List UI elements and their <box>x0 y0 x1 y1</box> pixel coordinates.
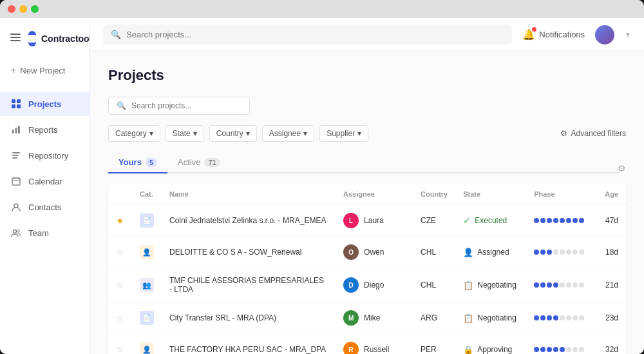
chevron-icon: ▾ <box>357 129 361 138</box>
filter-supplier[interactable]: Supplier ▾ <box>319 125 368 142</box>
assignee-wrapper: R Russell <box>343 342 405 354</box>
svg-rect-9 <box>12 157 17 159</box>
phase-dot <box>566 250 571 255</box>
filter-category[interactable]: Category ▾ <box>108 125 160 142</box>
phase-dot <box>566 218 571 223</box>
settings-icon: ⚙ <box>618 163 626 173</box>
star-cell[interactable]: ☆ <box>108 268 132 302</box>
sidebar-label-repository: Repository <box>28 151 68 161</box>
content-search-input[interactable] <box>131 101 242 110</box>
sidebar-item-team[interactable]: Team <box>0 221 90 245</box>
phase-dot <box>553 347 558 352</box>
state-cell: 📋Negotiating <box>463 280 518 290</box>
country-code: PER <box>421 345 437 354</box>
advanced-filters-button[interactable]: ⚙ Advanced filters <box>560 129 626 138</box>
assignee-wrapper: D Diego <box>343 277 405 293</box>
table-row[interactable]: ☆ 👤 DELOITTE & CO S A - SOW_Renewal O Ow… <box>108 237 626 268</box>
filter-assignee[interactable]: Assignee ▾ <box>262 125 314 142</box>
phase-dots <box>534 315 589 320</box>
phase-dot <box>579 347 584 352</box>
country-code: CZE <box>421 216 436 225</box>
filter-country[interactable]: Country ▾ <box>209 125 257 142</box>
age-cell: 23d <box>597 302 626 334</box>
assigned-icon: 👤 <box>463 248 473 257</box>
notifications-button[interactable]: 🔔 Notifications <box>522 28 585 41</box>
phase-dot <box>573 218 578 223</box>
assignee-wrapper: M Mike <box>343 310 405 326</box>
content-search[interactable]: 🔍 <box>108 97 250 115</box>
star-cell[interactable]: ☆ <box>108 237 132 268</box>
plus-icon: + <box>10 64 16 76</box>
maximize-button[interactable] <box>31 5 39 13</box>
star-icon[interactable]: ★ <box>116 215 124 226</box>
sidebar-item-projects[interactable]: Projects <box>0 92 90 116</box>
assignee-wrapper: O Owen <box>343 244 405 260</box>
svg-point-15 <box>14 230 17 233</box>
star-cell[interactable]: ★ <box>108 205 132 237</box>
age-value: 23d <box>605 313 618 322</box>
project-name: Colni Jednatelstvi Zelinka s.r.o. - MRA_… <box>169 216 326 225</box>
svg-rect-1 <box>17 99 21 103</box>
sidebar-item-contacts[interactable]: Contacts <box>0 195 90 219</box>
tab-yours-label: Yours <box>118 157 142 167</box>
th-assignee: Assignee <box>336 184 413 205</box>
table-settings-button[interactable]: ⚙ <box>618 163 626 173</box>
search-input[interactable] <box>126 30 504 39</box>
sidebar-item-calendar[interactable]: Calendar <box>0 169 90 193</box>
star-cell[interactable]: ☆ <box>108 302 132 334</box>
star-icon[interactable]: ☆ <box>116 280 124 290</box>
sidebar-item-repository[interactable]: Repository <box>0 143 90 168</box>
team-icon <box>10 227 22 239</box>
new-project-button[interactable]: + New Project <box>0 59 90 81</box>
star-icon[interactable]: ☆ <box>116 313 124 323</box>
cat-icon-group: 👥 <box>140 278 154 292</box>
phase-dot <box>553 282 558 288</box>
phase-dot <box>560 282 565 288</box>
sidebar-label-reports: Reports <box>28 125 58 135</box>
sidebar-item-reports[interactable]: Reports <box>0 117 90 142</box>
hamburger-menu[interactable] <box>10 34 21 41</box>
cat-icon-doc: 📄 <box>140 311 154 325</box>
svg-rect-3 <box>17 104 21 108</box>
phase-dot <box>540 218 545 223</box>
svg-point-14 <box>14 204 18 208</box>
minimize-button[interactable] <box>19 5 27 13</box>
star-icon[interactable]: ☆ <box>116 247 124 257</box>
table-row[interactable]: ☆ 👥 TMF CHILE ASESORIAS EMPRESARIALES - … <box>108 268 626 302</box>
state-label: Negotiating <box>477 280 516 290</box>
repository-icon <box>10 150 22 161</box>
country-cell: CHL <box>413 237 455 268</box>
phase-dot <box>540 315 545 320</box>
close-button[interactable] <box>8 5 15 13</box>
filter-state[interactable]: State ▾ <box>166 125 204 142</box>
phase-dot <box>560 315 565 320</box>
state-cell-wrap: 🔒Approving <box>455 334 526 355</box>
table-row[interactable]: ☆ 📄 City Transfer SRL - MRA (DPA) M Mike… <box>108 302 626 334</box>
phase-dots <box>534 282 589 288</box>
star-cell[interactable]: ☆ <box>108 334 132 355</box>
assignee-name: Laura <box>364 216 384 225</box>
cat-cell: 👥 <box>132 268 162 302</box>
approving-icon: 🔒 <box>463 345 473 355</box>
topbar-search[interactable]: 🔍 <box>103 25 512 44</box>
phase-dots <box>534 347 589 352</box>
phase-dot <box>540 282 545 288</box>
age-cell: 32d <box>597 334 626 355</box>
th-country: Country <box>413 184 455 205</box>
phase-dot <box>579 315 584 320</box>
star-icon[interactable]: ☆ <box>116 344 124 354</box>
chevron-icon: ▾ <box>193 129 197 138</box>
phase-dot <box>547 250 552 255</box>
notifications-label: Notifications <box>539 30 585 39</box>
state-cell-wrap: 📋Negotiating <box>455 302 526 334</box>
user-avatar[interactable] <box>595 25 614 44</box>
sliders-icon: ⚙ <box>560 129 567 138</box>
assignee-wrapper: L Laura <box>343 213 405 228</box>
tab-yours[interactable]: Yours 5 <box>108 152 167 173</box>
name-cell: TMF CHILE ASESORIAS EMPRESARIALES - LTDA <box>162 268 336 302</box>
phase-dot <box>573 315 578 320</box>
svg-rect-0 <box>12 99 15 103</box>
table-row[interactable]: ★ 📄 Colni Jednatelstvi Zelinka s.r.o. - … <box>108 205 626 237</box>
tab-active[interactable]: Active 71 <box>167 152 231 173</box>
table-row[interactable]: ☆ 👤 THE FACTORY HKA PERU SAC - MRA_DPA R… <box>108 334 626 355</box>
